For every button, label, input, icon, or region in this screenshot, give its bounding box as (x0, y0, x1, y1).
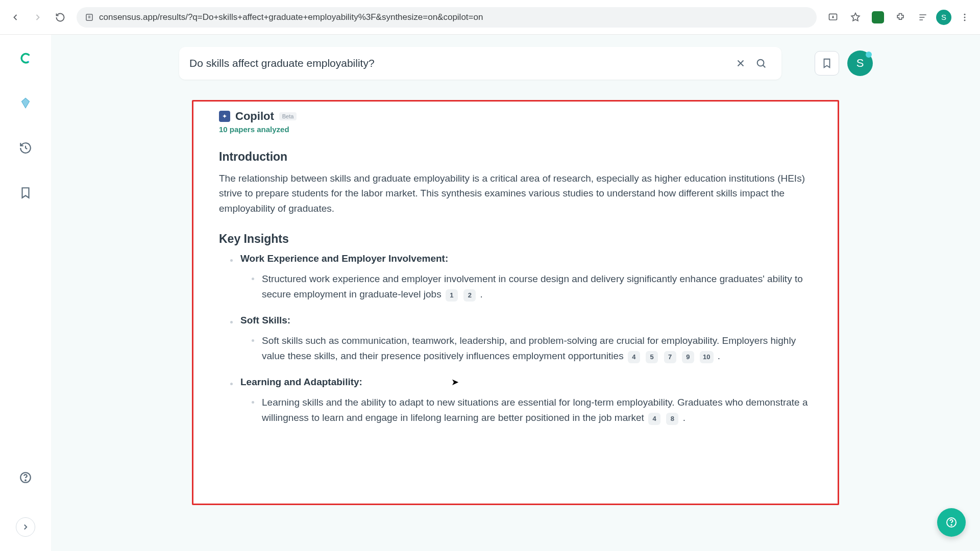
bookmark-icon (821, 58, 832, 69)
clear-search-button[interactable] (730, 53, 751, 73)
diamond-icon[interactable] (16, 94, 35, 112)
history-icon[interactable] (16, 139, 35, 157)
insight-title: Soft Skills: (240, 315, 812, 326)
citation-badge[interactable]: 2 (463, 289, 476, 302)
user-avatar[interactable]: S (847, 51, 873, 76)
browser-profile-avatar[interactable]: S (936, 10, 951, 25)
site-settings-icon (85, 13, 94, 22)
copilot-panel: ✦ Copilot Beta 10 papers analyzed Introd… (192, 100, 839, 505)
search-input[interactable] (189, 57, 730, 69)
save-bookmark-button[interactable] (815, 51, 839, 76)
top-right-actions: S (815, 51, 873, 76)
citation-badge[interactable]: 9 (682, 351, 694, 363)
extensions-icon[interactable] (891, 8, 910, 27)
svg-point-7 (757, 60, 764, 66)
main-content: S ✦ Copilot Beta 10 papers analyzed Intr… (51, 35, 980, 551)
bookmark-star-icon[interactable] (846, 8, 865, 27)
address-bar[interactable]: consensus.app/results/?q=Do+skills+affec… (77, 7, 817, 28)
browser-menu-icon[interactable] (955, 8, 974, 27)
citation-badge[interactable]: 4 (628, 351, 640, 363)
insight-item: Soft Skills: Soft skills such as communi… (219, 315, 812, 363)
notification-dot-icon (866, 52, 872, 58)
insights-list: Work Experience and Employer Involvement… (219, 253, 812, 425)
app-logo-icon[interactable] (16, 49, 35, 67)
insight-body: Learning skills and the ability to adapt… (240, 395, 812, 425)
citation-badge[interactable]: 7 (664, 351, 676, 363)
install-app-icon[interactable] (824, 8, 842, 27)
expand-sidebar-button[interactable] (16, 517, 35, 537)
introduction-heading: Introduction (219, 150, 812, 164)
beta-badge: Beta (279, 112, 297, 120)
svg-point-9 (951, 524, 952, 525)
app-container: S ✦ Copilot Beta 10 papers analyzed Intr… (0, 35, 980, 551)
back-button[interactable] (6, 8, 24, 27)
introduction-body: The relationship between skills and grad… (219, 171, 812, 216)
svg-point-6 (25, 480, 26, 481)
forward-button[interactable] (29, 8, 47, 27)
reading-list-icon[interactable] (914, 8, 932, 27)
browser-chrome: consensus.app/results/?q=Do+skills+affec… (0, 0, 980, 35)
help-fab-button[interactable] (937, 508, 966, 537)
svg-point-4 (964, 19, 966, 21)
citation-badge[interactable]: 8 (666, 413, 678, 425)
insight-item: Work Experience and Employer Involvement… (219, 253, 812, 302)
top-row: S (138, 47, 893, 80)
citation-badge[interactable]: 4 (648, 413, 660, 425)
url-text: consensus.app/results/?q=Do+skills+affec… (99, 12, 483, 22)
search-button[interactable] (751, 53, 771, 73)
citation-badge[interactable]: 1 (446, 289, 458, 302)
copilot-title: Copilot (235, 110, 274, 123)
insight-body: Soft skills such as communication, teamw… (240, 333, 812, 363)
insight-title: Work Experience and Employer Involvement… (240, 253, 812, 264)
svg-point-3 (964, 16, 966, 18)
key-insights-heading: Key Insights (219, 232, 812, 246)
search-bar (179, 47, 781, 80)
svg-point-2 (964, 13, 966, 15)
insight-body: Structured work experience and employer … (240, 271, 812, 302)
citation-badge[interactable]: 5 (646, 351, 658, 363)
citation-badge[interactable]: 10 (700, 351, 713, 363)
copilot-header: ✦ Copilot Beta (219, 110, 812, 123)
insight-item: Learning and Adaptability: Learning skil… (219, 377, 812, 425)
help-icon[interactable] (16, 468, 35, 487)
insight-title: Learning and Adaptability: (240, 377, 812, 388)
reload-button[interactable] (51, 8, 69, 27)
copilot-icon: ✦ (219, 111, 230, 122)
avatar-initial: S (856, 57, 864, 70)
search-container (179, 47, 781, 80)
bookmarks-icon[interactable] (16, 184, 35, 202)
left-rail (0, 35, 51, 551)
extension-badge[interactable] (869, 8, 887, 27)
papers-analyzed-link[interactable]: 10 papers analyzed (219, 125, 812, 134)
